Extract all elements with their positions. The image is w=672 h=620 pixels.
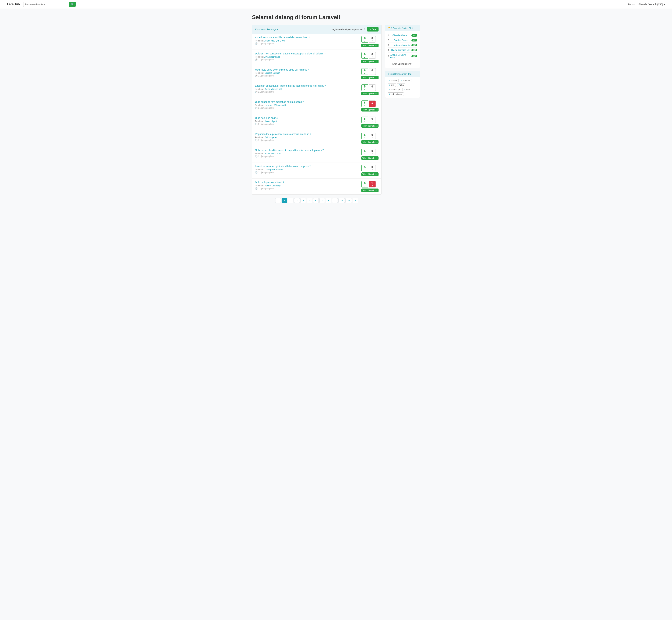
pagination-page[interactable]: 27 xyxy=(345,198,352,203)
vote-box[interactable]: 5 ▲ xyxy=(361,165,369,171)
search-input[interactable] xyxy=(23,2,69,7)
vote-box[interactable]: 5 ▲ xyxy=(361,133,369,139)
question-title[interactable]: Dolor voluptas est sit nisi.? xyxy=(255,181,359,184)
question-title[interactable]: Inventore earum cupiditate id laboriosam… xyxy=(255,165,359,168)
vote-row: 5 ▲ 0 ▼ xyxy=(361,116,379,123)
active-users-title: 🏆 5 Anggota Paling Aktif xyxy=(388,27,413,30)
answer-box[interactable]: 0 ▼ xyxy=(369,149,376,155)
question-author[interactable]: Lucienne Williamson Sr. xyxy=(265,104,287,106)
answer-number: 0 xyxy=(371,133,373,137)
answer-box[interactable]: 0 ▼ xyxy=(369,84,376,91)
active-user-name[interactable]: Corrine Bayer xyxy=(394,39,408,42)
question-title[interactable]: Asperiores soluta mollitia labore labori… xyxy=(255,36,359,39)
brand-logo[interactable]: LaraHub xyxy=(7,2,20,6)
question-title[interactable]: Excepturi consequatur labore mollitia la… xyxy=(255,84,359,87)
answer-box[interactable]: 0 ▼ xyxy=(369,36,376,43)
active-user-score: 110 xyxy=(411,49,417,51)
pagination-page[interactable]: 8 xyxy=(326,198,331,203)
question-author[interactable]: Rachel Connelly II xyxy=(265,185,282,187)
nav-forum-link[interactable]: Forum xyxy=(628,3,635,6)
questions-header: Kumpulan Pertanyaan Ingin membuat pertan… xyxy=(252,25,381,34)
question-title[interactable]: Modi iusto quae dolor quis sed optio vel… xyxy=(255,68,359,71)
question-author[interactable]: Gisselle Gerlach xyxy=(265,72,280,74)
answer-box[interactable]: 1 ▼ xyxy=(369,100,376,107)
question-title[interactable]: Quia expedita rem molestias non molestia… xyxy=(255,100,359,103)
question-author[interactable]: Deangelo Bashirian xyxy=(265,168,283,171)
active-user-name[interactable]: Blaise Watsica MD xyxy=(391,49,410,51)
tag-item[interactable]: #html xyxy=(402,88,411,91)
vote-box[interactable]: 6 ▲ xyxy=(361,52,369,59)
vote-box[interactable]: 6 ▲ xyxy=(361,100,369,107)
pagination-page[interactable]: 2 xyxy=(288,198,293,203)
question-author[interactable]: Alva Rosenbaum xyxy=(265,56,280,58)
vote-box[interactable]: 6 ▲ xyxy=(361,68,369,75)
clock-icon: 🕐 xyxy=(255,155,258,158)
search-button[interactable]: 🔍 xyxy=(69,2,75,7)
vote-box[interactable]: 8 ▲ xyxy=(361,36,369,43)
question-author[interactable]: Javier Hilpert xyxy=(265,120,277,122)
answer-box[interactable]: 0 ▼ xyxy=(369,52,376,59)
question-title[interactable]: Nulla sequi blanditiis sapiente impedit … xyxy=(255,149,359,152)
pagination-page[interactable]: 4 xyxy=(300,198,306,203)
pagination-page[interactable]: 3 xyxy=(294,198,300,203)
answer-box[interactable]: 1 ▼ xyxy=(369,181,376,188)
clock-icon: 🕐 xyxy=(255,139,258,142)
pagination-prev[interactable]: ‹ xyxy=(275,198,281,203)
create-question-button[interactable]: ✎ Buat xyxy=(367,27,379,32)
active-user-name[interactable]: Gisselle Gerlach xyxy=(393,34,409,37)
clock-icon: 🕐 xyxy=(255,123,258,125)
question-title[interactable]: Dolorem non consectetur eaque tempora po… xyxy=(255,52,359,55)
question-author[interactable]: Ariane McGlynn DVM xyxy=(265,40,285,42)
question-item: Modi iusto quae dolor quis sed optio vel… xyxy=(252,66,381,82)
pagination-page[interactable]: 5 xyxy=(307,198,313,203)
vote-box[interactable]: 5 ▲ xyxy=(361,116,369,123)
pagination-page[interactable]: 7 xyxy=(319,198,325,203)
pagination-page[interactable]: 1 xyxy=(282,198,287,203)
new-question-text: Ingin membuat pertanyaan baru? xyxy=(332,28,366,31)
question-author[interactable]: Blaise Watsica MD xyxy=(265,152,282,155)
tag-item[interactable]: #webdev xyxy=(400,79,412,82)
answer-down-arrow: ▼ xyxy=(371,88,373,91)
question-title[interactable]: Repudiandae a provident omnis corporis s… xyxy=(255,133,359,136)
active-user-name[interactable]: Ariane McGlynn DVM xyxy=(390,54,411,59)
pagination-next[interactable]: › xyxy=(353,198,358,203)
vote-box[interactable]: 5 ▲ xyxy=(361,149,369,155)
answer-box[interactable]: 0 ▼ xyxy=(369,133,376,139)
vote-row: 6 ▲ 1 ▼ xyxy=(361,181,379,188)
questions-list: Asperiores soluta mollitia labore labori… xyxy=(252,34,381,195)
sidebar-column: 🏆 5 Anggota Paling Aktif 1. Gisselle Ger… xyxy=(385,25,420,101)
active-user-name[interactable]: Laurianne Maggio xyxy=(392,44,410,46)
nav-user-menu[interactable]: Gisselle Gerlach (150) ▾ xyxy=(638,3,665,6)
question-author[interactable]: Blaise Watsica MD xyxy=(265,88,282,90)
question-time: 🕐 21 jam yang lalu xyxy=(255,58,359,61)
vote-widget: 5 ▲ 0 ▼ Telah Dijawab: 1x xyxy=(361,133,379,144)
answer-box[interactable]: 0 ▼ xyxy=(369,116,376,123)
active-user-score: 110 xyxy=(411,44,417,46)
question-item: Inventore earum cupiditate id laboriosam… xyxy=(252,162,381,178)
tag-item[interactable]: #javascript xyxy=(388,88,401,91)
vote-number: 5 xyxy=(364,149,366,153)
main-column: Kumpulan Pertanyaan Ingin membuat pertan… xyxy=(252,25,382,203)
vote-row: 6 ▲ 0 ▼ xyxy=(361,68,379,75)
vote-widget: 5 ▲ 0 ▼ Telah Dijawab: 4x xyxy=(361,149,379,160)
vote-number: 5 xyxy=(364,165,366,169)
answer-number: 0 xyxy=(371,117,373,120)
pagination-page[interactable]: 26 xyxy=(338,198,345,203)
vote-row: 5 ▲ 0 ▼ xyxy=(361,133,379,139)
question-title[interactable]: Quia non quia enim.? xyxy=(255,116,359,119)
question-author[interactable]: Gail Hagenes xyxy=(265,136,277,139)
tag-item[interactable]: #authenticate xyxy=(388,92,404,96)
vote-widget: 5 ▲ 0 ▼ Telah Dijawab: 1x xyxy=(361,116,379,127)
more-users-button[interactable]: Lihat Selengkapnya » xyxy=(388,62,417,66)
vote-box[interactable]: 5 ▲ xyxy=(361,84,369,91)
answer-box[interactable]: 0 ▼ xyxy=(369,68,376,75)
pagination-page[interactable]: 6 xyxy=(313,198,319,203)
tag-item[interactable]: #info xyxy=(388,83,396,87)
vote-number: 5 xyxy=(364,133,366,137)
vote-box[interactable]: 6 ▲ xyxy=(361,181,369,188)
question-meta: Pembuat: Lucienne Williamson Sr. xyxy=(255,104,359,106)
answer-number: 1 xyxy=(371,101,373,104)
answer-box[interactable]: 0 ▼ xyxy=(369,165,376,171)
tag-item[interactable]: #php xyxy=(397,83,405,87)
tag-item[interactable]: #laravel xyxy=(388,79,399,82)
